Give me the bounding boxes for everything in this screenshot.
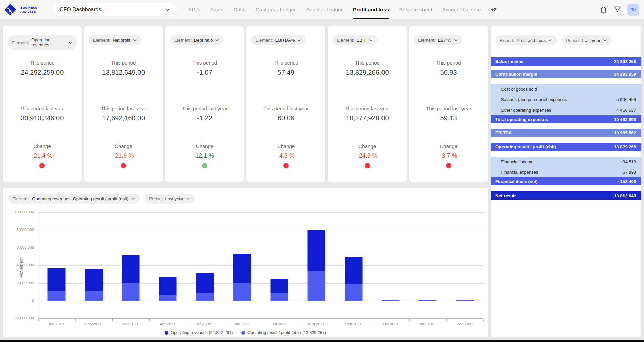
bar-segment <box>122 283 140 301</box>
x-axis-label: Mar 2021 <box>112 322 149 326</box>
pnl-sub-row: Cost of goods sold <box>491 84 641 94</box>
dashboard-content: Element: Operating revenues This period … <box>0 19 644 340</box>
topbar: BUSINESS ANALYZE CFO Dashboards KPI'sSal… <box>0 0 644 19</box>
chip-value: Dept ratio <box>194 38 213 43</box>
chevron-down-icon <box>164 7 170 13</box>
pnl-row-label: Contribution margin <box>495 72 537 77</box>
nav-tabs: KPI'sSalesCashCustomer LedgerSupplier Le… <box>188 0 497 19</box>
this-period-label: This period <box>328 60 407 66</box>
bar-segment <box>345 284 362 301</box>
x-axis-tick <box>483 319 484 321</box>
last-year-value: 60.06 <box>246 114 325 122</box>
last-year-value: 17,692,160.00 <box>84 114 163 122</box>
last-year-section: This period last year 30,910,346.00 <box>3 105 82 122</box>
pnl-period-selector[interactable]: Period: Last year <box>562 35 612 45</box>
bar-segment <box>270 279 288 293</box>
element-selector[interactable]: Element: Operating revenues <box>7 35 77 50</box>
pnl-sub-label: Cost of goods sold <box>501 87 537 92</box>
tab-supplier-ledger[interactable]: Supplier Ledger <box>306 0 343 19</box>
pnl-row: Total operating expenses10 462 993 <box>491 115 641 123</box>
legend-dot <box>241 331 245 335</box>
element-selector[interactable]: Element: Net profit <box>89 35 142 45</box>
tab-profit-and-loss[interactable]: Profit and loss <box>353 0 389 19</box>
element-selector[interactable]: Element: Dept ratio <box>170 35 224 45</box>
y-tick-label: -2,000,000 <box>4 316 34 320</box>
chip-value: Last year <box>582 38 600 43</box>
pnl-row-value: 24 292 259 <box>614 72 636 77</box>
tab-cash[interactable]: Cash <box>233 0 245 19</box>
report-selector[interactable]: Report: Profit and Loss <box>495 35 557 45</box>
last-year-label: This period last year <box>246 105 325 111</box>
pnl-row-label: Sales income <box>495 59 523 64</box>
brand-line1: BUSINESS <box>20 6 37 9</box>
gridline <box>38 283 483 284</box>
y-tick-label: 10,000,000 <box>4 210 34 214</box>
chip-label: Element: <box>255 38 273 43</box>
x-axis-label: Feb 2021 <box>75 322 112 326</box>
pnl-row: Contribution margin24 292 259 <box>491 70 641 78</box>
last-year-value: 59.13 <box>409 114 488 122</box>
tab-balance-sheet[interactable]: Balance sheet <box>399 0 432 19</box>
x-axis-label: Nov 2021 <box>409 322 446 326</box>
pnl-sub-row: Financial income- 84 510 <box>491 157 641 167</box>
pnl-row: Financial items (net)- 152 403 <box>491 177 641 185</box>
pnl-sub-group: Cost of goods soldSalaries (and personne… <box>491 84 641 115</box>
element-selector[interactable]: Element: EBITDA% <box>251 35 306 45</box>
chevron-down-icon <box>131 196 135 201</box>
bar-segment <box>159 295 177 301</box>
change-section: Change -21.4 % <box>3 143 82 168</box>
pnl-sub-row: Financial expenses67 893 <box>491 167 641 177</box>
dashboard-selector[interactable]: CFO Dashboards <box>52 3 177 17</box>
pnl-row: EBITDA13 965 562 <box>491 129 641 137</box>
legend-item[interactable]: Operating revenues (24,292,261) <box>165 330 233 335</box>
element-selector[interactable]: Element: EBIT <box>332 35 377 45</box>
user-avatar[interactable]: Te <box>627 4 639 16</box>
tab-customer-ledger[interactable]: Customer Ledger <box>256 0 296 19</box>
chevron-down-icon <box>454 38 458 42</box>
notifications-button[interactable] <box>599 5 608 14</box>
change-indicator-dot <box>365 163 370 168</box>
chip-label: Element: <box>12 40 29 45</box>
x-axis-tick <box>335 319 335 321</box>
chevron-down-icon <box>548 38 553 43</box>
chart-element-selector[interactable]: Element: Operating revenues, Operating r… <box>8 194 140 204</box>
chip-label: Element: <box>93 38 110 43</box>
chart-period-selector[interactable]: Period: Last year <box>145 194 195 204</box>
change-indicator-dot <box>202 163 207 168</box>
tab-account-balance[interactable]: Account balance <box>442 0 481 19</box>
pnl-row-value: 13 965 562 <box>614 130 636 135</box>
change-label: Change <box>328 143 407 149</box>
change-value: -3.7 % <box>409 152 488 159</box>
tab-overflow[interactable]: +2 <box>491 0 497 19</box>
pnl-row: Operating result / profit (ebit)13 829 2… <box>491 143 641 151</box>
pnl-sub-label: Other operating expenses <box>501 108 551 113</box>
this-period-value: 13,829,266.00 <box>328 69 407 76</box>
legend-item[interactable]: Operating result / profit (ebit) (13,829… <box>241 330 326 335</box>
x-axis-label: Jul 2021 <box>260 322 298 326</box>
pnl-sub-value: 67 893 <box>622 170 636 175</box>
kpi-card: Element: Operating revenues This period … <box>3 26 82 182</box>
pnl-sub-value: 5 996 456 <box>616 97 636 102</box>
last-year-value: -1.22 <box>165 114 244 122</box>
tab-sales[interactable]: Sales <box>210 0 224 19</box>
pnl-sub-group: Financial income- 84 510Financial expens… <box>491 157 641 177</box>
this-period-value: -1.07 <box>165 69 244 76</box>
chip-value: Profit and Loss <box>517 38 546 43</box>
pnl-row-label: Operating result / profit (ebit) <box>495 144 556 149</box>
element-selector[interactable]: Element: EBIT% <box>414 35 462 45</box>
bar-segment <box>345 257 362 284</box>
chart-plot: 10,000,0008,000,0006,000,0004,000,0002,0… <box>38 212 483 319</box>
this-period-label: This period <box>165 60 244 66</box>
dashboard-selector-value: CFO Dashboards <box>59 7 102 13</box>
last-year-section: This period last year 59.13 <box>409 105 488 122</box>
filter-button[interactable] <box>613 5 622 14</box>
change-section: Change -21.9 % <box>84 143 163 168</box>
x-axis-tick <box>409 319 410 321</box>
chip-label: Period: <box>149 196 163 201</box>
x-axis-tick <box>187 319 187 321</box>
pnl-row-label: EBITDA <box>495 130 512 135</box>
this-period-label: This period <box>84 60 163 66</box>
topbar-actions: Te <box>599 4 639 16</box>
tab-kpi-s[interactable]: KPI's <box>188 0 200 19</box>
this-period-value: 56.93 <box>409 69 488 76</box>
